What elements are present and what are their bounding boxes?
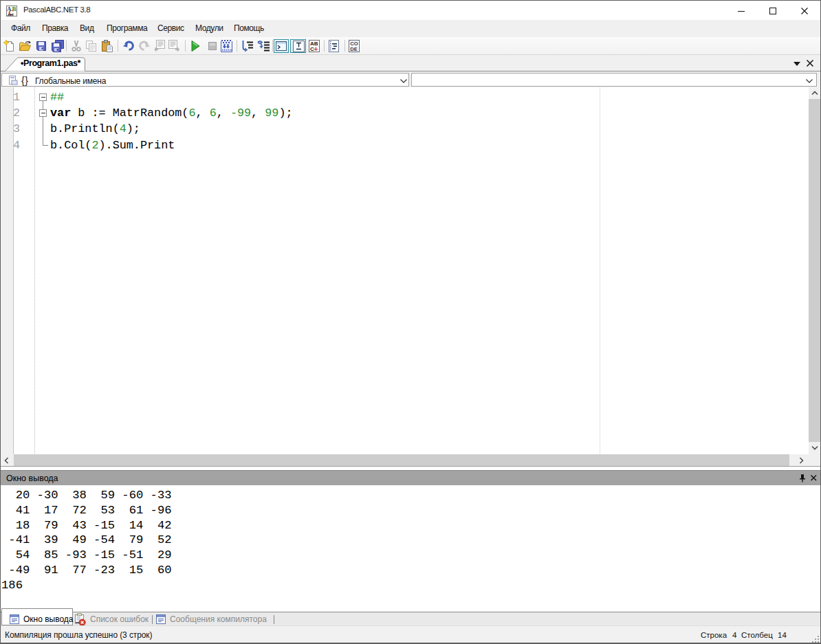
svg-text:.net: .net (7, 12, 14, 16)
svg-text:DE: DE (350, 46, 358, 52)
svg-text:+: + (314, 45, 318, 53)
